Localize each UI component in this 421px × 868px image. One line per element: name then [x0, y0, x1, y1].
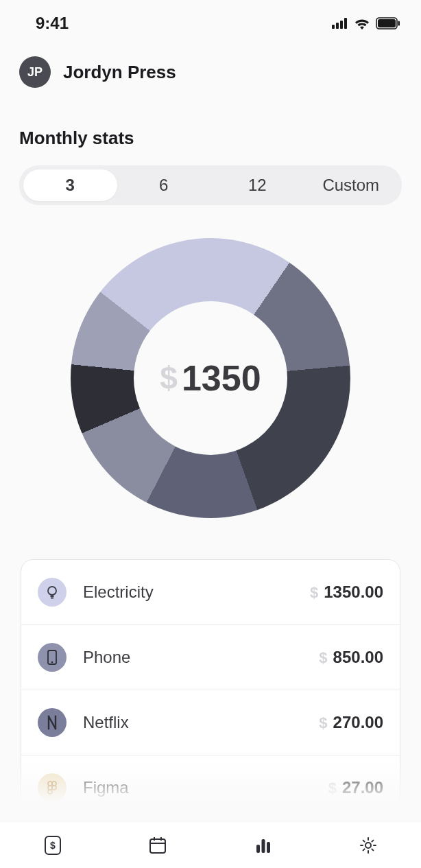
svg-point-13 — [52, 782, 56, 786]
svg-rect-5 — [378, 19, 396, 27]
expense-amount: $1350.00 — [310, 583, 383, 602]
svg-rect-3 — [344, 18, 347, 29]
svg-point-11 — [51, 661, 53, 663]
tab-custom[interactable]: Custom — [304, 169, 398, 201]
chart-total: 1350 — [182, 357, 261, 399]
nav-calendar[interactable] — [144, 832, 171, 859]
expense-row[interactable]: Netflix$270.00 — [21, 690, 400, 755]
stats-icon — [253, 835, 274, 856]
svg-rect-23 — [256, 845, 260, 853]
status-indicators — [332, 17, 400, 30]
svg-point-16 — [48, 790, 52, 794]
svg-rect-0 — [332, 25, 335, 29]
expense-name: Phone — [83, 648, 302, 667]
phone-icon — [38, 643, 67, 672]
expense-name: Netflix — [83, 713, 302, 732]
bulb-icon — [38, 578, 67, 607]
svg-point-14 — [52, 786, 56, 790]
money-icon: $ — [43, 834, 63, 856]
status-bar: 9:41 — [0, 0, 421, 45]
svg-text:$: $ — [50, 840, 56, 851]
svg-rect-25 — [267, 842, 270, 853]
expense-row[interactable]: Electricity$1350.00 — [21, 560, 400, 625]
expense-amount: $270.00 — [319, 713, 383, 732]
tab-6[interactable]: 6 — [117, 169, 211, 201]
svg-rect-19 — [150, 839, 165, 853]
profile-name: Jordyn Press — [63, 62, 176, 83]
svg-point-12 — [48, 782, 52, 786]
currency-symbol: $ — [160, 360, 178, 397]
clock: 9:41 — [36, 14, 69, 33]
gear-icon — [358, 835, 378, 856]
calendar-icon — [147, 835, 168, 856]
wifi-icon — [354, 17, 370, 30]
profile-row[interactable]: JP Jordyn Press — [0, 45, 421, 104]
period-tabs: 3 6 12 Custom — [19, 165, 402, 205]
svg-rect-2 — [340, 21, 343, 29]
nav-stats[interactable] — [250, 832, 277, 859]
svg-point-7 — [48, 587, 56, 595]
svg-point-26 — [365, 843, 371, 848]
nav-money[interactable]: $ — [39, 832, 67, 859]
netflix-icon — [38, 708, 67, 737]
avatar: JP — [19, 56, 51, 88]
expense-list[interactable]: Electricity$1350.00Phone$850.00Netflix$2… — [21, 559, 400, 821]
expense-amount: $27.00 — [328, 778, 383, 797]
cellular-icon — [332, 18, 348, 29]
tab-3[interactable]: 3 — [23, 169, 117, 201]
expense-row[interactable]: Figma$27.00 — [21, 755, 400, 820]
bottom-nav: $ — [0, 821, 421, 868]
svg-rect-1 — [336, 23, 339, 29]
expense-row[interactable]: Phone$850.00 — [21, 625, 400, 690]
expense-amount: $850.00 — [319, 648, 383, 667]
svg-point-15 — [48, 786, 52, 790]
chart-center: $ 1350 — [134, 301, 287, 455]
page-title: Monthly stats — [0, 104, 421, 161]
svg-rect-24 — [261, 839, 265, 853]
expense-name: Electricity — [83, 583, 293, 602]
figma-icon — [38, 773, 67, 802]
expense-name: Figma — [83, 778, 312, 797]
battery-icon — [376, 17, 400, 30]
svg-rect-6 — [398, 21, 400, 26]
nav-settings[interactable] — [354, 832, 382, 859]
tab-12[interactable]: 12 — [210, 169, 304, 201]
spend-chart: $ 1350 — [0, 205, 421, 539]
